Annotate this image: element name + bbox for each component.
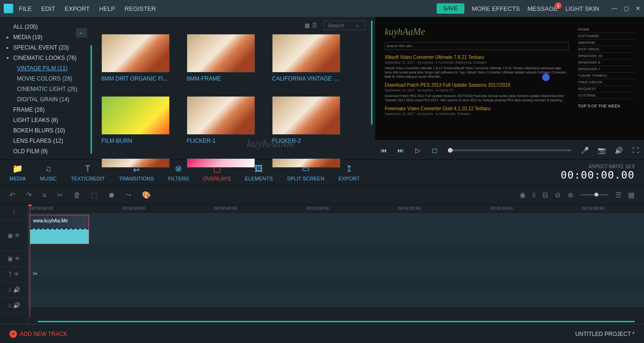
prev-frame-icon[interactable]: ⏮	[375, 147, 392, 154]
next-frame-icon[interactable]: ⏭	[392, 147, 409, 154]
track-headers: ⎀ ▣ 👁 ▣ 👁 T 👁 ♫ 🔊 ♫ 🔊	[0, 204, 28, 324]
video-track-head[interactable]: ▣ 👁	[0, 220, 28, 251]
speed-icon[interactable]: ⤳	[125, 191, 132, 199]
mic-icon[interactable]: 🎤	[576, 147, 593, 154]
view-toggle[interactable]: ▦☰	[305, 22, 319, 29]
text-track[interactable]	[28, 261, 644, 276]
timeline: ⎀ ▣ 👁 ▣ 👁 T 👁 ♫ 🔊 ♫ 🔊 00:00:00:00 00:00:…	[0, 204, 644, 324]
timeline-scrollbar[interactable]	[38, 321, 635, 322]
close-icon[interactable]: ✕	[636, 5, 640, 12]
scissors-icon[interactable]: ✂	[33, 270, 38, 277]
playback-slider[interactable]	[448, 149, 571, 151]
maximize-icon[interactable]: ▢	[624, 5, 629, 12]
effect-thumb[interactable]	[187, 158, 255, 168]
subcat-digital-grain[interactable]: DIGITAL GRAIN (14)	[0, 94, 92, 105]
search-icon[interactable]: ⌕	[356, 23, 359, 28]
video-track[interactable]: www.kuyhAa.Me	[28, 214, 644, 245]
gallery-scrollbar[interactable]	[371, 21, 372, 124]
time-ruler[interactable]: 00:00:00:00 00:00:20:00 00:00:40:00 00:0…	[28, 204, 644, 214]
effect-thumb[interactable]: CALIFORNIA VINTAGE F...	[272, 34, 340, 82]
subcat-movie-colors[interactable]: MOVIE COLORS (26)	[0, 74, 92, 84]
menu-register[interactable]: REGISTER	[124, 5, 156, 12]
category-sidebar: ← ALL (205) ▸MEDIA (19) ▸SPECIAL EVENT (…	[0, 17, 92, 159]
cat-light-leaks[interactable]: LIGHT LEAKS (8)	[0, 115, 92, 125]
play-icon[interactable]: ▷	[409, 147, 426, 154]
playhead[interactable]	[30, 204, 30, 318]
effect-thumb[interactable]: FILM-BURN	[101, 96, 170, 144]
audio-track-2[interactable]	[28, 292, 644, 307]
zoom-in-icon[interactable]: ⊕	[568, 191, 574, 199]
cat-lens-flares[interactable]: LENS FLARES (12)	[0, 136, 92, 146]
grid-icon[interactable]: ▦	[628, 191, 635, 199]
redo-icon[interactable]: ↷	[26, 191, 32, 199]
menu-export[interactable]: EXPORT	[65, 5, 90, 12]
preview-logo: kuyhAaMe	[385, 26, 569, 37]
audio-icon[interactable]: ⫴	[532, 191, 536, 199]
search-input[interactable]	[328, 23, 356, 28]
timecode-display: 00:00:00.00	[561, 169, 635, 181]
menu-help[interactable]: HELP	[99, 5, 115, 12]
overlay-track-head[interactable]: ▣ 👁	[0, 251, 28, 267]
overlay-track[interactable]	[28, 245, 644, 261]
undo-icon[interactable]: ↶	[9, 191, 16, 199]
cat-old-film[interactable]: OLD FILM (9)	[0, 146, 92, 156]
effect-thumb[interactable]: FLICKER-1	[187, 96, 255, 144]
crop-icon[interactable]: ⬚	[91, 191, 98, 199]
zoom-fit-icon[interactable]: ⊟	[542, 191, 548, 199]
color-icon[interactable]: 🎨	[142, 191, 151, 199]
fullscreen-icon[interactable]: ⛶	[627, 147, 644, 154]
list-icon[interactable]: ☰	[615, 191, 621, 199]
watermark-text: kuyhAaMe	[247, 137, 295, 150]
minimize-icon[interactable]: —	[611, 5, 617, 12]
menu-file[interactable]: FILE	[19, 5, 32, 12]
subcat-vintage-film[interactable]: VINTAGE FILM (11)	[0, 63, 92, 74]
volume-icon[interactable]: 🔊	[610, 147, 627, 154]
effect-thumb[interactable]: 8MM DIRT ORGANIC FI...	[101, 34, 170, 82]
cursor-indicator	[542, 74, 550, 81]
stop-icon[interactable]: ◻	[426, 147, 443, 154]
music-icon: ♫	[45, 164, 52, 174]
text-track-head[interactable]: T 👁	[0, 267, 28, 282]
zoom-out-icon[interactable]: ⊖	[555, 191, 561, 199]
more-effects-link[interactable]: MORE EFFECTS	[472, 5, 520, 12]
cat-damaged-film[interactable]: DAMAGED FILM (5)	[0, 156, 92, 159]
add-track-button[interactable]: + ADD NEW TRACK	[9, 330, 67, 338]
light-skin-link[interactable]: LIGHT SKIN	[565, 5, 599, 12]
grid-view-icon[interactable]: ▦	[305, 22, 311, 29]
project-name: UNTITLED PROJECT *	[575, 331, 635, 337]
ruler-head: ⎀	[0, 204, 28, 220]
effect-thumb[interactable]: 8MM-FRAME	[187, 34, 255, 82]
folder-icon: 📁	[12, 163, 23, 174]
main-menu: FILE EDIT EXPORT HELP REGISTER	[19, 5, 156, 12]
preview-search: search this site...	[385, 42, 569, 50]
snapshot-icon[interactable]: 📷	[593, 147, 610, 154]
record-icon[interactable]: ⏺	[108, 191, 115, 199]
search-box[interactable]: ⌕	[323, 21, 366, 30]
save-button[interactable]: SAVE	[437, 3, 464, 14]
cat-special-event[interactable]: ▸SPECIAL EVENT (23)	[0, 42, 92, 53]
delete-icon[interactable]: 🗑	[74, 191, 81, 199]
cut-icon[interactable]: ✂	[57, 191, 63, 199]
effect-thumb[interactable]	[272, 158, 340, 168]
message-link[interactable]: MESSAGE1	[528, 5, 558, 12]
menu-edit[interactable]: EDIT	[41, 5, 55, 12]
plus-icon: +	[9, 330, 17, 338]
cat-cinematic-looks[interactable]: ▾CINEMATIC LOOKS (76)	[0, 53, 92, 63]
subcat-cinematic-light[interactable]: CINEMATIC LIGHT (25)	[0, 84, 92, 94]
effect-thumb[interactable]	[101, 158, 170, 168]
cat-frame[interactable]: FRAME (26)	[0, 105, 92, 115]
video-clip[interactable]: www.kuyhAa.Me	[30, 215, 89, 244]
audio-track-1[interactable]	[28, 276, 644, 292]
tab-media[interactable]: 📁MEDIA	[9, 163, 26, 181]
tracks-area[interactable]: 00:00:00:00 00:00:20:00 00:00:40:00 00:0…	[28, 204, 644, 324]
audio2-track-head[interactable]: ♫ 🔊	[0, 298, 28, 313]
back-arrow-icon[interactable]: ←	[76, 28, 87, 38]
marker-icon[interactable]: ◉	[520, 191, 526, 199]
tab-music[interactable]: ♫MUSIC	[40, 164, 57, 181]
list-view-icon[interactable]: ☰	[312, 22, 319, 29]
settings-icon[interactable]: ≡	[42, 191, 47, 199]
cat-bokeh-blurs[interactable]: BOKEH BLURS (10)	[0, 125, 92, 136]
zoom-slider[interactable]	[580, 194, 609, 196]
tab-text[interactable]: TTEXT/CREDIT	[71, 164, 105, 181]
audio1-track-head[interactable]: ♫ 🔊	[0, 282, 28, 298]
